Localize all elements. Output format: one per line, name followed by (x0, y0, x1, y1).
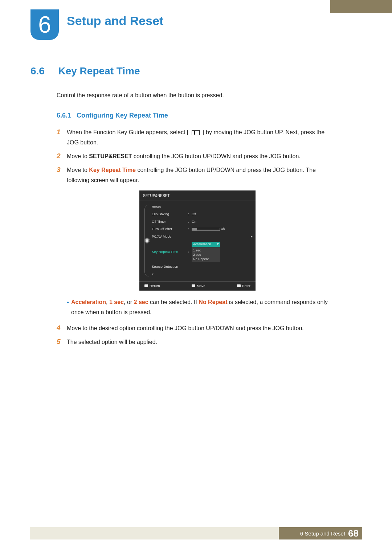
slider-icon (192, 228, 220, 231)
osd-row-turn-off-after: Turn Off After: 4h (152, 225, 253, 233)
note-bullet-item: ● Acceleration, 1 sec, or 2 sec can be s… (67, 297, 328, 317)
step-text: When the Function Key Guide appears, sel… (67, 127, 328, 148)
step-number: 3 (57, 165, 67, 175)
step-3: 3 Move to Key Repeat Time controlling th… (57, 165, 328, 320)
osd-sidebar (142, 203, 152, 278)
footer-bar (30, 527, 279, 539)
osd-dropdown-selected: Acceleration (192, 242, 220, 247)
subsection-title: Configuring Key Repeat Time (77, 112, 168, 119)
chapter-tab: 6 (30, 9, 59, 40)
osd-row-reset: Reset (152, 203, 253, 211)
section-description: Control the response rate of a button wh… (57, 92, 328, 99)
osd-row-off-timer: Off Timer:On (152, 218, 253, 226)
chapter-title: Setup and Reset (67, 14, 163, 28)
section-number: 6.6 (30, 65, 57, 77)
step-1: 1 When the Function Key Guide appears, s… (57, 127, 328, 148)
step-number: 2 (57, 151, 67, 161)
step-text: Move to Key Repeat Time controlling the … (67, 165, 328, 320)
osd-move-label: Move (192, 283, 205, 289)
osd-dropdown-options: 1 sec 2 sec No Repeat (192, 247, 220, 262)
osd-row-eco-saving: Eco Saving:Off (152, 210, 253, 218)
section-heading: 6.6 Key Repeat Time (30, 65, 328, 77)
step-text: The selected option will be applied. (67, 337, 328, 347)
step-text: Move to SETUP&RESET controlling the JOG … (67, 151, 328, 161)
step-5: 5 The selected option will be applied. (57, 337, 328, 347)
osd-return-label: Return (144, 283, 160, 289)
osd-row-source-detection: Source Detection (152, 263, 253, 271)
page-content: 6.6 Key Repeat Time Control the response… (30, 65, 328, 351)
osd-enter-label: Enter (237, 283, 250, 289)
footer-page-box: 6 Setup and Reset 68 (279, 527, 362, 539)
step-2: 2 Move to SETUP&RESET controlling the JO… (57, 151, 328, 161)
osd-row-more-indicator: ▾ (152, 271, 253, 278)
osd-row-key-repeat-time: Key Repeat Time: Acceleration 1 sec 2 se… (152, 241, 253, 263)
subsection-heading: 6.6.1 Configuring Key Repeat Time (57, 112, 328, 119)
steps-list: 1 When the Function Key Guide appears, s… (57, 127, 328, 347)
footer-chapter-label: 6 Setup and Reset (300, 530, 345, 537)
subsection-number: 6.6.1 (57, 112, 71, 119)
section-title: Key Repeat Time (58, 65, 140, 77)
bullet-icon: ● (67, 297, 71, 317)
page-number: 68 (348, 528, 359, 539)
osd-screenshot: SETUP&RESET Reset Eco Saving:Off Off Tim… (139, 190, 256, 291)
step-4: 4 Move to the desired option controlling… (57, 323, 328, 333)
step-text: Move to the desired option controlling t… (67, 323, 328, 333)
note-text: Acceleration, 1 sec, or 2 sec can be sel… (71, 297, 328, 317)
step-number: 1 (57, 127, 67, 137)
step-number: 4 (57, 323, 67, 333)
header-accent-band (330, 0, 392, 13)
osd-footer: Return Move Enter (139, 281, 256, 291)
menu-icon (192, 130, 200, 135)
osd-row-pcav-mode: PC/AV Mode▸ (152, 233, 253, 241)
osd-title: SETUP&RESET (139, 192, 256, 201)
page-footer: 6 Setup and Reset 68 (30, 527, 362, 539)
chapter-number: 6 (38, 13, 51, 36)
step-number: 5 (57, 337, 67, 347)
